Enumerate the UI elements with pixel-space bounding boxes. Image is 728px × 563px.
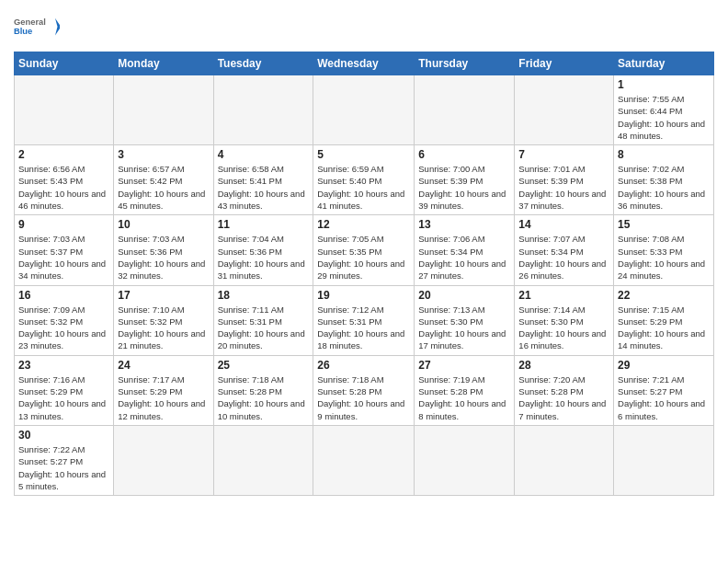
calendar-day-cell: 22Sunrise: 7:15 AM Sunset: 5:29 PM Dayli…	[614, 285, 714, 355]
day-number: 14	[518, 218, 609, 231]
day-info: Sunrise: 7:10 AM Sunset: 5:32 PM Dayligh…	[118, 304, 209, 352]
day-info: Sunrise: 6:57 AM Sunset: 5:42 PM Dayligh…	[118, 163, 209, 212]
calendar-day-cell: 29Sunrise: 7:21 AM Sunset: 5:27 PM Dayli…	[614, 355, 714, 425]
calendar-week-row: 9Sunrise: 7:03 AM Sunset: 5:37 PM Daylig…	[15, 215, 714, 285]
calendar-day-cell: 7Sunrise: 7:01 AM Sunset: 5:39 PM Daylig…	[515, 145, 614, 215]
day-info: Sunrise: 7:02 AM Sunset: 5:38 PM Dayligh…	[618, 163, 710, 212]
day-number: 9	[18, 218, 109, 231]
day-info: Sunrise: 7:01 AM Sunset: 5:39 PM Dayligh…	[518, 163, 609, 212]
day-info: Sunrise: 7:06 AM Sunset: 5:34 PM Dayligh…	[418, 233, 510, 282]
day-info: Sunrise: 7:21 AM Sunset: 5:27 PM Dayligh…	[618, 373, 710, 422]
day-number: 20	[418, 289, 510, 302]
calendar-week-row: 23Sunrise: 7:16 AM Sunset: 5:29 PM Dayli…	[15, 355, 714, 425]
day-info: Sunrise: 7:09 AM Sunset: 5:32 PM Dayligh…	[18, 304, 109, 352]
day-number: 8	[618, 148, 710, 161]
calendar-day-cell	[515, 75, 614, 145]
day-info: Sunrise: 7:19 AM Sunset: 5:28 PM Dayligh…	[418, 373, 510, 422]
day-number: 15	[618, 218, 710, 231]
calendar-day-cell: 9Sunrise: 7:03 AM Sunset: 5:37 PM Daylig…	[15, 215, 114, 285]
day-number: 22	[618, 289, 710, 302]
day-info: Sunrise: 7:08 AM Sunset: 5:33 PM Dayligh…	[618, 233, 710, 282]
calendar-day-cell: 15Sunrise: 7:08 AM Sunset: 5:33 PM Dayli…	[614, 215, 714, 285]
calendar-header-row: SundayMondayTuesdayWednesdayThursdayFrid…	[15, 52, 714, 75]
day-info: Sunrise: 7:05 AM Sunset: 5:35 PM Dayligh…	[317, 233, 410, 282]
day-info: Sunrise: 6:59 AM Sunset: 5:40 PM Dayligh…	[317, 163, 410, 212]
calendar-day-cell: 21Sunrise: 7:14 AM Sunset: 5:30 PM Dayli…	[515, 285, 614, 355]
logo-svg: General Blue	[14, 9, 60, 44]
calendar-day-cell	[114, 75, 213, 145]
calendar-day-cell	[415, 425, 515, 495]
day-info: Sunrise: 7:15 AM Sunset: 5:29 PM Dayligh…	[618, 304, 710, 352]
day-info: Sunrise: 7:04 AM Sunset: 5:36 PM Dayligh…	[218, 233, 310, 282]
day-info: Sunrise: 7:17 AM Sunset: 5:29 PM Dayligh…	[118, 373, 209, 422]
day-info: Sunrise: 7:07 AM Sunset: 5:34 PM Dayligh…	[518, 233, 609, 282]
day-number: 21	[518, 289, 609, 302]
day-info: Sunrise: 7:12 AM Sunset: 5:31 PM Dayligh…	[317, 304, 410, 352]
calendar-day-cell	[415, 75, 515, 145]
svg-text:Blue: Blue	[14, 27, 32, 36]
day-info: Sunrise: 7:00 AM Sunset: 5:39 PM Dayligh…	[418, 163, 510, 212]
calendar-day-cell: 27Sunrise: 7:19 AM Sunset: 5:28 PM Dayli…	[415, 355, 515, 425]
calendar-day-cell	[213, 425, 313, 495]
calendar-day-cell: 24Sunrise: 7:17 AM Sunset: 5:29 PM Dayli…	[114, 355, 213, 425]
day-info: Sunrise: 7:14 AM Sunset: 5:30 PM Dayligh…	[518, 304, 609, 352]
day-info: Sunrise: 6:56 AM Sunset: 5:43 PM Dayligh…	[18, 163, 109, 212]
calendar-day-cell	[515, 425, 614, 495]
day-number: 29	[618, 359, 710, 372]
day-number: 28	[518, 359, 609, 372]
calendar-day-cell: 6Sunrise: 7:00 AM Sunset: 5:39 PM Daylig…	[415, 145, 515, 215]
day-info: Sunrise: 7:22 AM Sunset: 5:27 PM Dayligh…	[18, 443, 109, 492]
calendar-day-cell	[114, 425, 213, 495]
day-info: Sunrise: 7:55 AM Sunset: 6:44 PM Dayligh…	[618, 93, 710, 142]
day-number: 19	[317, 289, 410, 302]
calendar-day-cell: 1Sunrise: 7:55 AM Sunset: 6:44 PM Daylig…	[614, 75, 714, 145]
calendar-day-cell	[313, 75, 415, 145]
calendar-day-cell: 20Sunrise: 7:13 AM Sunset: 5:30 PM Dayli…	[415, 285, 515, 355]
calendar-day-header: Thursday	[415, 52, 515, 75]
day-number: 1	[618, 78, 710, 91]
calendar-day-cell: 13Sunrise: 7:06 AM Sunset: 5:34 PM Dayli…	[415, 215, 515, 285]
calendar-day-cell: 12Sunrise: 7:05 AM Sunset: 5:35 PM Dayli…	[313, 215, 415, 285]
calendar-day-cell: 10Sunrise: 7:03 AM Sunset: 5:36 PM Dayli…	[114, 215, 213, 285]
calendar-day-cell: 16Sunrise: 7:09 AM Sunset: 5:32 PM Dayli…	[15, 285, 114, 355]
day-number: 25	[218, 359, 310, 372]
day-info: Sunrise: 7:03 AM Sunset: 5:36 PM Dayligh…	[118, 233, 209, 282]
calendar-day-cell: 14Sunrise: 7:07 AM Sunset: 5:34 PM Dayli…	[515, 215, 614, 285]
calendar-day-cell: 8Sunrise: 7:02 AM Sunset: 5:38 PM Daylig…	[614, 145, 714, 215]
day-number: 26	[317, 359, 410, 372]
day-number: 3	[118, 148, 209, 161]
day-info: Sunrise: 7:18 AM Sunset: 5:28 PM Dayligh…	[317, 373, 410, 422]
day-number: 11	[218, 218, 310, 231]
calendar-day-cell	[15, 75, 114, 145]
day-number: 18	[218, 289, 310, 302]
calendar-day-cell: 4Sunrise: 6:58 AM Sunset: 5:41 PM Daylig…	[213, 145, 313, 215]
calendar-day-cell	[213, 75, 313, 145]
calendar-day-cell: 3Sunrise: 6:57 AM Sunset: 5:42 PM Daylig…	[114, 145, 213, 215]
svg-text:General: General	[14, 17, 46, 27]
day-number: 4	[218, 148, 310, 161]
day-number: 12	[317, 218, 410, 231]
calendar-day-cell	[313, 425, 415, 495]
day-number: 10	[118, 218, 209, 231]
day-info: Sunrise: 7:11 AM Sunset: 5:31 PM Dayligh…	[218, 304, 310, 352]
header: General Blue	[14, 9, 714, 44]
calendar-day-cell: 17Sunrise: 7:10 AM Sunset: 5:32 PM Dayli…	[114, 285, 213, 355]
calendar-day-header: Wednesday	[313, 52, 415, 75]
calendar-day-cell: 30Sunrise: 7:22 AM Sunset: 5:27 PM Dayli…	[15, 425, 114, 495]
calendar-day-header: Saturday	[614, 52, 714, 75]
day-info: Sunrise: 7:20 AM Sunset: 5:28 PM Dayligh…	[518, 373, 609, 422]
page: General Blue SundayMondayTuesdayWednesda…	[0, 0, 728, 563]
calendar-day-cell: 5Sunrise: 6:59 AM Sunset: 5:40 PM Daylig…	[313, 145, 415, 215]
svg-marker-2	[55, 18, 60, 36]
day-number: 24	[118, 359, 209, 372]
calendar-week-row: 30Sunrise: 7:22 AM Sunset: 5:27 PM Dayli…	[15, 425, 714, 495]
calendar-day-header: Monday	[114, 52, 213, 75]
day-number: 5	[317, 148, 410, 161]
calendar-day-cell: 23Sunrise: 7:16 AM Sunset: 5:29 PM Dayli…	[15, 355, 114, 425]
day-info: Sunrise: 7:03 AM Sunset: 5:37 PM Dayligh…	[18, 233, 109, 282]
day-number: 23	[18, 359, 109, 372]
day-number: 13	[418, 218, 510, 231]
day-number: 17	[118, 289, 209, 302]
day-number: 16	[18, 289, 109, 302]
calendar-day-header: Tuesday	[213, 52, 313, 75]
